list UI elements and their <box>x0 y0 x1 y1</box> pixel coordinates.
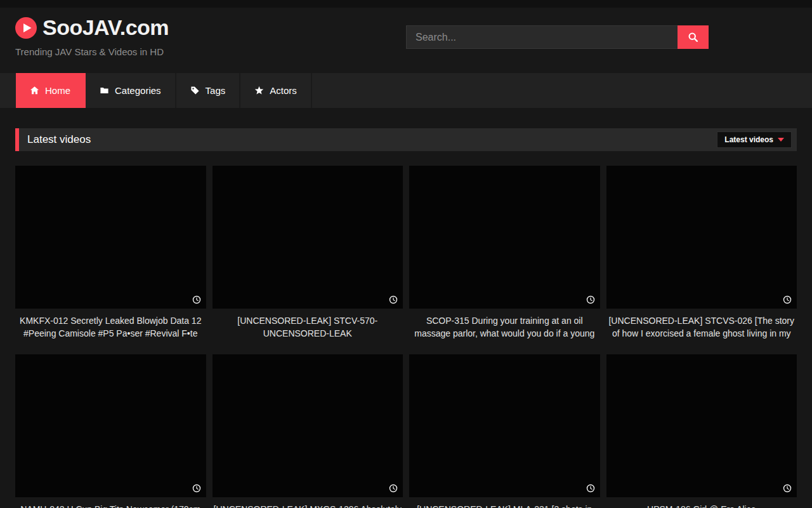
video-title[interactable]: KMKFX-012 Secretly Leaked Blowjob Data 1… <box>16 314 205 340</box>
video-card[interactable]: HPSM-186 Girl @ Era Alice <box>606 354 797 508</box>
video-thumbnail[interactable] <box>15 354 206 497</box>
clock-icon <box>192 295 201 304</box>
video-card[interactable]: SCOP-315 During your training at an oil … <box>409 166 600 340</box>
video-title[interactable]: [UNCENSORED-LEAK] MLA-231 [3 shots in <box>410 503 599 508</box>
clock-icon <box>586 295 595 304</box>
nav-item-tags[interactable]: Tags <box>176 73 241 108</box>
video-thumbnail[interactable] <box>409 354 600 497</box>
folder-icon <box>100 86 109 95</box>
video-card[interactable]: [UNCENSORED-LEAK] MXGS-1296 Absolutely <box>213 354 403 508</box>
video-title[interactable]: [UNCENSORED-LEAK] STCV-570-UNCENSORED-LE… <box>214 314 402 340</box>
video-title[interactable]: [UNCENSORED-LEAK] STCVS-026 [The story o… <box>608 314 796 340</box>
search-button[interactable] <box>678 25 709 49</box>
star-icon <box>254 86 264 95</box>
video-thumbnail[interactable] <box>213 166 403 309</box>
clock-icon <box>389 484 398 493</box>
tag-icon <box>190 86 200 95</box>
video-card[interactable]: [UNCENSORED-LEAK] STCV-570-UNCENSORED-LE… <box>213 166 403 340</box>
section-title: Latest videos <box>27 133 91 146</box>
nav-item-categories[interactable]: Categories <box>86 73 176 108</box>
nav-item-actors[interactable]: Actors <box>240 73 312 108</box>
site-logo[interactable]: SooJAV.com <box>15 15 169 40</box>
nav-list: Home Categories Tags Actors <box>16 73 312 108</box>
video-thumbnail[interactable] <box>409 166 600 309</box>
clock-icon <box>586 484 595 493</box>
play-icon <box>15 17 37 39</box>
clock-icon <box>192 484 201 493</box>
video-grid: KMKFX-012 Secretly Leaked Blowjob Data 1… <box>15 166 797 508</box>
sort-dropdown-button[interactable]: Latest videos <box>717 131 792 148</box>
clock-icon <box>783 484 792 493</box>
video-title[interactable]: HPSM-186 Girl @ Era Alice <box>608 503 796 508</box>
video-title[interactable]: NAMH-042 H Cup Big Tits Newcomer (170cm … <box>16 503 205 508</box>
sort-dropdown-label: Latest videos <box>724 135 773 144</box>
search-input[interactable] <box>406 25 678 49</box>
top-strip <box>0 0 812 8</box>
brand-name: SooJAV.com <box>43 15 169 40</box>
search-bar <box>406 25 709 49</box>
clock-icon <box>783 295 792 304</box>
video-card[interactable]: NAMH-042 H Cup Big Tits Newcomer (170cm … <box>15 354 206 508</box>
video-thumbnail[interactable] <box>15 166 206 309</box>
magnifier-icon <box>688 32 698 43</box>
video-thumbnail[interactable] <box>606 354 797 497</box>
main-content: Latest videos Latest videos KMKFX-012 Se… <box>0 128 812 508</box>
video-card[interactable]: [UNCENSORED-LEAK] STCVS-026 [The story o… <box>606 166 797 340</box>
caret-down-icon <box>778 138 784 142</box>
video-card[interactable]: [UNCENSORED-LEAK] MLA-231 [3 shots in <box>409 354 600 508</box>
section-header: Latest videos Latest videos <box>15 128 797 151</box>
clock-icon <box>389 295 398 304</box>
home-icon <box>30 86 39 95</box>
main-nav: Home Categories Tags Actors <box>0 73 812 108</box>
video-card[interactable]: KMKFX-012 Secretly Leaked Blowjob Data 1… <box>15 166 206 340</box>
site-header: SooJAV.com Trending JAV Stars & Videos i… <box>0 8 812 73</box>
video-thumbnail[interactable] <box>606 166 797 309</box>
video-title[interactable]: SCOP-315 During your training at an oil … <box>410 314 599 340</box>
video-title[interactable]: [UNCENSORED-LEAK] MXGS-1296 Absolutely <box>214 503 402 508</box>
nav-item-home[interactable]: Home <box>16 73 86 108</box>
video-thumbnail[interactable] <box>213 354 403 497</box>
brand-tagline: Trending JAV Stars & Videos in HD <box>15 46 164 57</box>
